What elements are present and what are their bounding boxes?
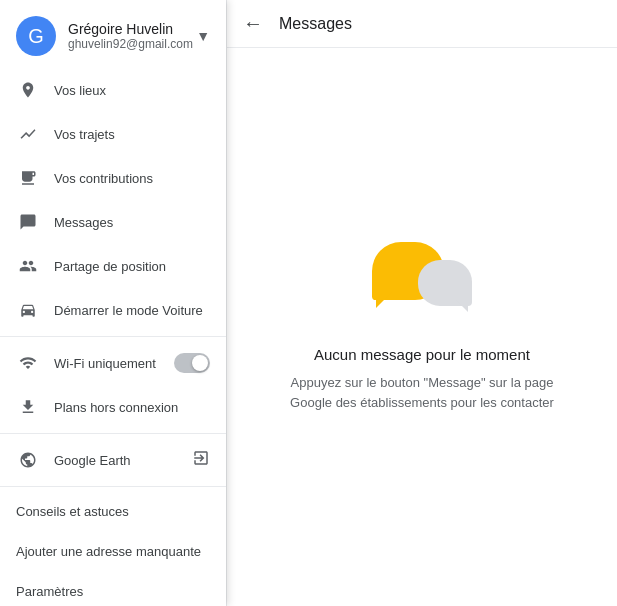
menu-label-parametres: Paramètres [16,584,210,599]
back-button[interactable]: ← [243,12,263,35]
navigation-drawer: G Grégoire Huvelin ghuvelin92@gmail.com … [0,0,226,606]
people-icon [16,254,40,278]
route-icon [16,122,40,146]
menu-label-messages: Messages [54,215,210,230]
menu-label-wifi: Wi-Fi uniquement [54,356,174,371]
earth-icon [16,448,40,472]
drawer-header[interactable]: G Grégoire Huvelin ghuvelin92@gmail.com … [0,0,226,68]
dropdown-arrow-icon[interactable]: ▼ [196,28,210,44]
menu-label-vos-trajets: Vos trajets [54,127,210,142]
menu-item-google-earth[interactable]: Google Earth [0,438,226,482]
menu-label-plans-hors: Plans hors connexion [54,400,210,415]
menu-item-vos-lieux[interactable]: Vos lieux [0,68,226,112]
user-email: ghuvelin92@gmail.com [68,37,196,51]
message-icon [16,210,40,234]
divider-1 [0,336,226,337]
menu-label-conseils: Conseils et astuces [16,504,210,519]
menu-item-wifi[interactable]: Wi-Fi uniquement [0,341,226,385]
menu-item-plans-hors[interactable]: Plans hors connexion [0,385,226,429]
messages-panel: ← Messages Aucun message pour le moment … [226,0,617,606]
menu-item-conseils[interactable]: Conseils et astuces [0,491,226,531]
car-icon [16,298,40,322]
menu-label-vos-contributions: Vos contributions [54,171,210,186]
wifi-toggle[interactable] [174,353,210,373]
contributions-icon [16,166,40,190]
messages-body: Aucun message pour le moment Appuyez sur… [227,48,617,606]
toggle-knob [192,355,208,371]
no-messages-desc-line2: Google des établissements pour les conta… [290,395,554,410]
menu-item-messages[interactable]: Messages [0,200,226,244]
divider-3 [0,486,226,487]
menu-item-vos-trajets[interactable]: Vos trajets [0,112,226,156]
menu-label-adresse: Ajouter une adresse manquante [16,544,210,559]
menu-label-vos-lieux: Vos lieux [54,83,210,98]
messages-title: Messages [279,15,352,33]
user-name: Grégoire Huvelin [68,21,196,37]
menu-label-mode-voiture: Démarrer le mode Voiture [54,303,210,318]
bubble-secondary [418,260,472,306]
pin-icon [16,78,40,102]
menu-item-vos-contributions[interactable]: Vos contributions [0,156,226,200]
avatar: G [16,16,56,56]
user-info: Grégoire Huvelin ghuvelin92@gmail.com [68,21,196,51]
menu-item-partage[interactable]: Partage de position [0,244,226,288]
external-link-icon [192,449,210,471]
menu-section: Vos lieux Vos trajets Vos contributions [0,68,226,606]
menu-item-adresse[interactable]: Ajouter une adresse manquante [0,531,226,571]
menu-item-mode-voiture[interactable]: Démarrer le mode Voiture [0,288,226,332]
messages-header: ← Messages [227,0,617,48]
download-icon [16,395,40,419]
no-messages-desc-line1: Appuyez sur le bouton "Message" sur la p… [291,375,554,390]
menu-label-partage: Partage de position [54,259,210,274]
wifi-icon [16,351,40,375]
chat-illustration [372,242,472,322]
no-messages-title: Aucun message pour le moment [314,346,530,363]
menu-item-parametres[interactable]: Paramètres [0,571,226,606]
no-messages-desc: Appuyez sur le bouton "Message" sur la p… [290,373,554,412]
divider-2 [0,433,226,434]
menu-label-google-earth: Google Earth [54,453,192,468]
